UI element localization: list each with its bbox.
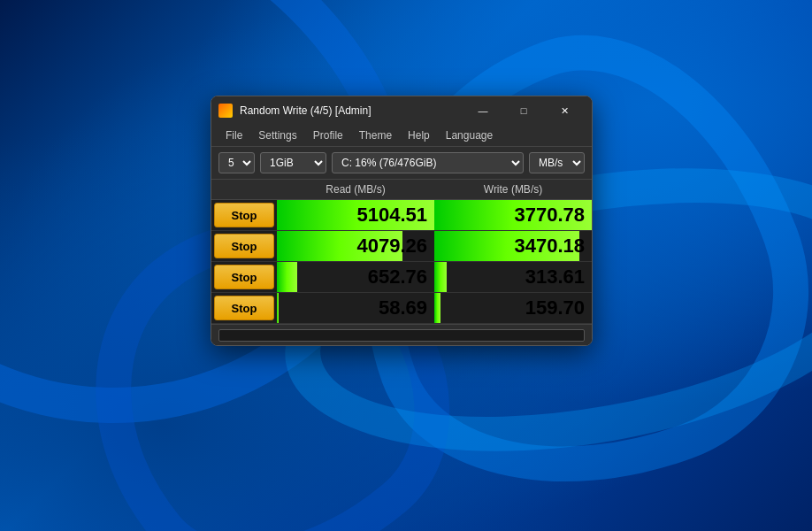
table-row: Stop5104.513770.78 xyxy=(211,200,592,231)
stop-button-0[interactable]: Stop xyxy=(214,203,274,227)
table-row: Stop58.69159.70 xyxy=(211,293,592,324)
drive-select[interactable]: C: 16% (76/476GiB) xyxy=(332,152,524,173)
titlebar: Random Write (4/5) [Admin] — □ ✕ xyxy=(211,96,592,125)
write-text-1: 3470.18 xyxy=(514,235,585,258)
app-icon xyxy=(218,104,233,118)
toolbar: 1359 512MiB1GiB2GiB4GiB8GiB16GiB32GiB64G… xyxy=(211,147,592,180)
minimize-button[interactable]: — xyxy=(463,96,503,125)
menubar: FileSettingsProfileThemeHelpLanguage xyxy=(211,125,592,147)
unit-select[interactable]: MB/sGB/sIOPSμs xyxy=(529,152,585,173)
header-col-0 xyxy=(211,180,277,199)
maximize-button[interactable]: □ xyxy=(503,96,544,125)
read-text-2: 652.76 xyxy=(368,266,427,289)
menubar-item-file[interactable]: File xyxy=(218,127,249,144)
table-row: Stop4079.263470.18 xyxy=(211,231,592,262)
bottom-bar xyxy=(211,324,592,345)
table-header: Read (MB/s) Write (MB/s) xyxy=(211,180,592,200)
data-rows: Stop5104.513770.78Stop4079.263470.18Stop… xyxy=(211,200,592,324)
progress-bar-outer xyxy=(218,329,585,342)
stop-button-2[interactable]: Stop xyxy=(214,265,274,289)
stop-button-3[interactable]: Stop xyxy=(214,296,274,320)
size-select[interactable]: 512MiB1GiB2GiB4GiB8GiB16GiB32GiB64GiB xyxy=(260,152,326,173)
read-text-0: 5104.51 xyxy=(356,204,427,227)
read-value-2: 652.76 xyxy=(277,262,434,292)
write-value-1: 3470.18 xyxy=(434,231,592,261)
write-value-0: 3770.78 xyxy=(434,200,592,230)
table-row: Stop652.76313.61 xyxy=(211,262,592,293)
window-controls: — □ ✕ xyxy=(463,96,585,125)
app-window: Random Write (4/5) [Admin] — □ ✕ FileSet… xyxy=(211,96,593,346)
window-title: Random Write (4/5) [Admin] xyxy=(240,104,463,117)
close-button[interactable]: ✕ xyxy=(544,96,585,125)
menubar-item-help[interactable]: Help xyxy=(401,127,437,144)
write-value-2: 313.61 xyxy=(434,262,592,292)
read-value-0: 5104.51 xyxy=(277,200,434,230)
write-text-2: 313.61 xyxy=(525,266,585,289)
write-text-3: 159.70 xyxy=(525,296,585,319)
write-value-3: 159.70 xyxy=(434,293,592,323)
menubar-item-settings[interactable]: Settings xyxy=(251,127,303,144)
menubar-item-language[interactable]: Language xyxy=(439,127,500,144)
count-select[interactable]: 1359 xyxy=(218,152,255,173)
header-col-read: Read (MB/s) xyxy=(277,180,434,199)
stop-button-1[interactable]: Stop xyxy=(214,234,274,258)
menubar-item-theme[interactable]: Theme xyxy=(352,127,399,144)
write-text-0: 3770.78 xyxy=(514,204,585,227)
menubar-item-profile[interactable]: Profile xyxy=(306,127,350,144)
read-text-3: 58.69 xyxy=(379,296,427,319)
read-text-1: 4079.26 xyxy=(356,235,427,258)
header-col-write: Write (MB/s) xyxy=(434,180,592,199)
read-value-3: 58.69 xyxy=(277,293,434,323)
read-value-1: 4079.26 xyxy=(277,231,434,261)
